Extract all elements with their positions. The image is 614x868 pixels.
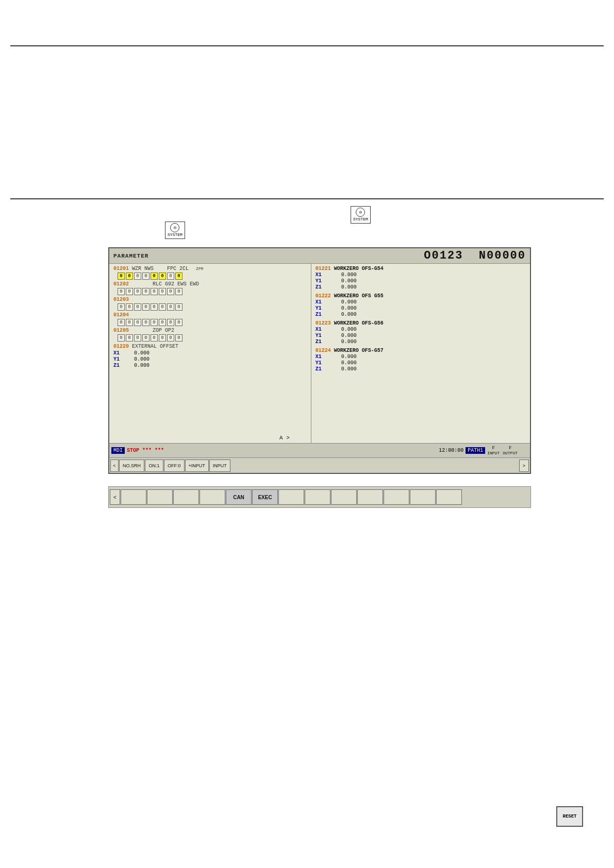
external-offset-section: 01220 EXTERNAL OFFSET X1 0.000 Y1 0.000 …	[113, 344, 307, 368]
bit-cell[interactable]: 0	[159, 334, 166, 342]
bit-cell[interactable]: 0	[175, 303, 182, 311]
screen-content: 01201 WZR NWS FPC 2CL ZPR 0 0 0 0 0 0 0 …	[109, 264, 530, 447]
plus-input-button[interactable]: +INPUT	[185, 459, 209, 472]
kb-empty-1[interactable]	[121, 489, 146, 505]
workzero-01221: 01221 WORKZERO OFS-G54 X1 0.000 Y1 0.000…	[316, 266, 526, 290]
status-path: PATH1	[466, 447, 485, 454]
screen-header: PARAMETER O0123 N00000	[109, 248, 530, 264]
keyboard-bar: < CAN EXEC	[108, 486, 531, 508]
bit-cell[interactable]: 0	[142, 273, 150, 280]
right-arrow-button[interactable]: >	[519, 459, 529, 472]
param-01201-bits: 0 0 0 0 0 0 0 0	[118, 273, 307, 280]
mode-indicator: MDI	[111, 447, 125, 454]
bit-cell[interactable]: 0	[175, 288, 182, 295]
exec-button[interactable]: EXEC	[252, 489, 278, 505]
bit-cell[interactable]: 0	[118, 303, 125, 311]
bit-cell[interactable]: 0	[134, 273, 141, 280]
bit-cell[interactable]: 0	[126, 319, 133, 326]
cnc-screen: PARAMETER O0123 N00000 01201 WZR NWS FPC…	[108, 247, 531, 474]
bit-cell[interactable]: 0	[126, 273, 133, 280]
f-labels: F INPUT F OUTPUT	[487, 446, 518, 455]
bit-cell[interactable]: 0	[175, 319, 182, 326]
kb-empty-4[interactable]	[200, 489, 225, 505]
bit-cell[interactable]: 0	[151, 319, 158, 326]
bit-cell[interactable]: 0	[159, 273, 166, 280]
bit-cell[interactable]: 0	[167, 334, 174, 342]
status-time: 12:00:00	[439, 448, 463, 453]
can-button[interactable]: CAN	[226, 489, 252, 505]
bit-cell[interactable]: 0	[167, 273, 174, 280]
bit-cell[interactable]: 0	[134, 288, 141, 295]
bit-cell[interactable]: 0	[118, 288, 125, 295]
kb-empty-13[interactable]	[436, 489, 462, 505]
system-icon-top-right: ◎ SYSTEM	[351, 206, 371, 224]
bit-cell[interactable]: 0	[134, 334, 141, 342]
bit-cell[interactable]: 0	[142, 303, 150, 311]
bit-cell[interactable]: 0	[142, 334, 150, 342]
bit-cell[interactable]: 0	[159, 303, 166, 311]
bit-cell[interactable]: 0	[118, 319, 125, 326]
screen-title: PARAMETER	[113, 253, 148, 259]
bit-cell[interactable]: 0	[126, 288, 133, 295]
no-srh-button[interactable]: NO.SRH	[119, 459, 144, 472]
kb-empty-9[interactable]	[331, 489, 357, 505]
bit-cell[interactable]: 0	[175, 273, 182, 280]
left-panel: 01201 WZR NWS FPC 2CL ZPR 0 0 0 0 0 0 0 …	[109, 264, 311, 447]
reset-button[interactable]: RESET	[556, 806, 583, 827]
kb-left-arrow[interactable]: <	[110, 489, 120, 505]
param-01204: 01204	[113, 312, 307, 318]
external-offset-title: 01220 EXTERNAL OFFSET	[113, 344, 307, 349]
bit-cell[interactable]: 0	[151, 303, 158, 311]
bit-cell[interactable]: 0	[167, 288, 174, 295]
off0-button[interactable]: OFF:0	[164, 459, 185, 472]
ext-z1-row: Z1 0.000	[113, 363, 307, 368]
bit-cell[interactable]: 0	[134, 319, 141, 326]
bit-cell[interactable]: 0	[126, 303, 133, 311]
workzero-01223: 01223 WORKZERO OFS-G56 X1 0.000 Y1 0.000…	[316, 320, 526, 345]
bit-cell[interactable]: 0	[134, 303, 141, 311]
input-bar: < NO.SRH ON:1 OFF:0 +INPUT INPUT >	[109, 457, 530, 473]
bit-cell[interactable]: 0	[151, 288, 158, 295]
workzero-01224: 01224 WORKZERO OFS-G57 X1 0.000 Y1 0.000…	[316, 348, 526, 372]
input-button[interactable]: INPUT	[209, 459, 230, 472]
param-01205: 01205 ZOP OP2	[113, 328, 307, 333]
bit-cell[interactable]: 0	[118, 273, 125, 280]
bit-cell[interactable]: 0	[142, 288, 150, 295]
kb-empty-10[interactable]	[357, 489, 383, 505]
bit-cell[interactable]: 0	[118, 334, 125, 342]
param-01204-bits: 0 0 0 0 0 0 0 0	[118, 319, 307, 326]
a-prompt: A >	[279, 435, 290, 441]
right-panel: 01221 WORKZERO OFS-G54 X1 0.000 Y1 0.000…	[311, 264, 530, 447]
bit-cell[interactable]: 0	[159, 319, 166, 326]
bit-cell[interactable]: 0	[151, 273, 158, 280]
ext-x1-row: X1 0.000	[113, 350, 307, 356]
top-divider	[10, 45, 604, 46]
bit-cell[interactable]: 0	[167, 303, 174, 311]
param-01203-bits: 0 0 0 0 0 0 0 0	[118, 303, 307, 311]
kb-empty-11[interactable]	[384, 489, 409, 505]
bit-cell[interactable]: 0	[159, 288, 166, 295]
bit-cell[interactable]: 0	[151, 334, 158, 342]
kb-empty-2[interactable]	[147, 489, 173, 505]
bit-cell[interactable]: 0	[142, 319, 150, 326]
workzero-01222: 01222 WORKZERO OFS G55 X1 0.000 Y1 0.000…	[316, 293, 526, 317]
kb-empty-12[interactable]	[410, 489, 436, 505]
bit-cell[interactable]: 0	[175, 334, 182, 342]
bit-cell[interactable]: 0	[167, 319, 174, 326]
mid-divider	[10, 198, 604, 199]
param-01205-bits: 0 0 0 0 0 0 0 0	[118, 334, 307, 342]
param-01201: 01201 WZR NWS FPC 2CL ZPR	[113, 266, 307, 271]
param-01202: 01202 RLC G92 EWS EWD	[113, 281, 307, 287]
machine-state: STOP *** ***	[127, 448, 164, 453]
kb-empty-8[interactable]	[305, 489, 330, 505]
kb-empty-7[interactable]	[278, 489, 304, 505]
screen-program: O0123 N00000	[424, 249, 526, 262]
left-arrow-button[interactable]: <	[110, 459, 119, 472]
ext-y1-row: Y1 0.000	[113, 356, 307, 362]
bit-cell[interactable]: 0	[126, 334, 133, 342]
param-01202-bits: 0 0 0 0 0 0 0 0	[118, 288, 307, 295]
kb-empty-3[interactable]	[173, 489, 199, 505]
system-icon-left: ◎ SYSTEM	[165, 222, 185, 239]
on1-button[interactable]: ON:1	[145, 459, 163, 472]
status-bar: MDI STOP *** *** 12:00:00 PATH1 F INPUT …	[109, 443, 530, 457]
